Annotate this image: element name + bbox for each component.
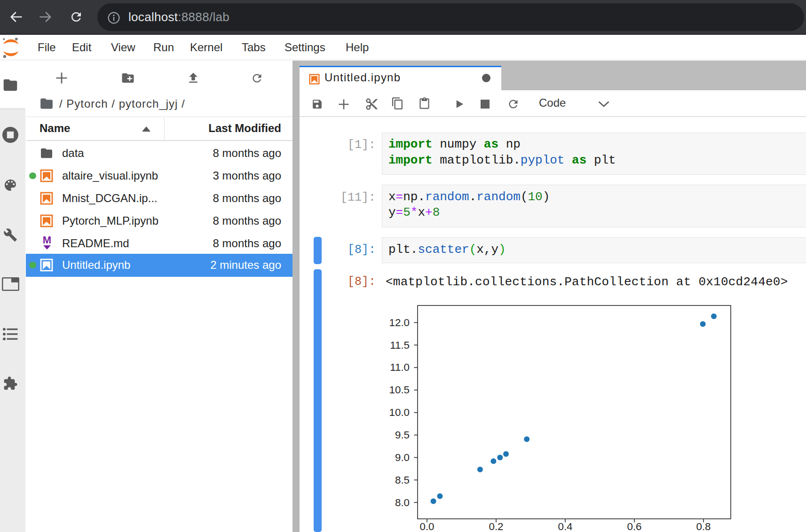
svg-text:0.2: 0.2: [489, 521, 504, 532]
svg-text:0.4: 0.4: [558, 521, 573, 532]
svg-text:0.6: 0.6: [627, 521, 642, 532]
svg-text:12.0: 12.0: [389, 317, 410, 329]
svg-text:9.0: 9.0: [395, 452, 410, 463]
svg-text:0.8: 0.8: [696, 521, 711, 532]
svg-text:10.5: 10.5: [389, 384, 410, 396]
svg-text:9.5: 9.5: [395, 429, 410, 441]
svg-text:11.0: 11.0: [390, 361, 410, 373]
svg-text:0.0: 0.0: [420, 521, 435, 532]
svg-text:8.0: 8.0: [395, 497, 410, 509]
svg-text:11.5: 11.5: [390, 339, 410, 351]
svg-text:10.0: 10.0: [389, 407, 410, 418]
svg-text:8.5: 8.5: [395, 474, 410, 486]
